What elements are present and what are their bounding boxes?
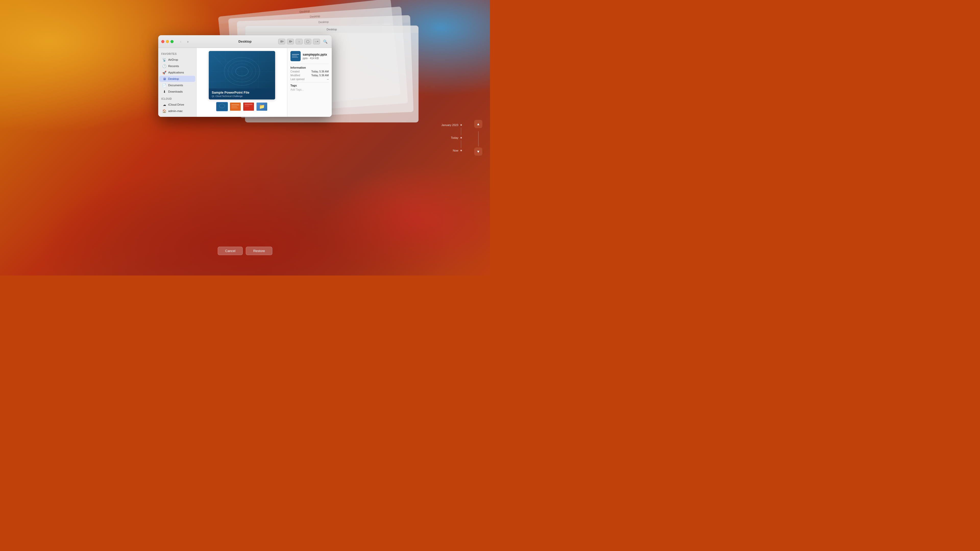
modified-row: Modified Today, 5:36 AM <box>290 74 329 77</box>
search-icon: 🔍 <box>323 40 328 44</box>
today-label: Today <box>451 136 458 139</box>
desktop-icon: 🖥 <box>162 77 166 81</box>
thumbnail-2[interactable] <box>229 102 241 111</box>
sidebar-item-desktop[interactable]: 🖥 Desktop <box>159 76 195 82</box>
share-button[interactable]: ↑ <box>296 39 303 44</box>
finder-window: ‹ › Desktop ⊞ ▾ ⊞ ▾ ↑ ◯ ··· <box>158 35 332 117</box>
documents-icon: 📄 <box>162 83 166 87</box>
sidebar: Favorites 📡 AirDrop 🕐 Recents 🚀 Applicat… <box>158 48 197 117</box>
tag-button[interactable]: ◯ <box>304 39 311 44</box>
documents-label: Documents <box>168 84 183 87</box>
preview-title-bar: Sample PowerPoint File Qt. Cloud Technic… <box>209 89 275 100</box>
back-icon: ‹ <box>180 40 181 44</box>
view-icon: ⊞ <box>280 40 283 43</box>
main-preview: Sample PowerPoint File Qt. Cloud Technic… <box>209 51 275 100</box>
timeline-up-button[interactable]: ▲ <box>474 120 482 128</box>
icloud-drive-label: iCloud Drive <box>168 103 184 106</box>
file-size-label: pptx · 414 KB <box>303 57 329 60</box>
nav-buttons: ‹ › <box>178 38 191 44</box>
sidebar-item-applications[interactable]: 🚀 Applications <box>159 69 195 76</box>
divider-2 <box>290 82 329 83</box>
timeline-nav: ▲ ▼ <box>474 120 482 156</box>
svg-rect-17 <box>231 106 237 107</box>
forward-icon: › <box>187 40 189 44</box>
up-arrow-icon: ▲ <box>476 122 480 126</box>
icloud-drive-icon: ☁ <box>162 103 166 106</box>
action-button[interactable]: ··· ▾ <box>313 39 320 44</box>
svg-rect-24 <box>292 56 297 56</box>
created-row: Created Today, 5:36 AM <box>290 70 329 73</box>
recents-icon: 🕐 <box>162 64 166 68</box>
timeline-today: Today <box>451 135 462 140</box>
thumbnail-strip: 📁 <box>216 102 268 111</box>
sidebar-item-downloads[interactable]: ⬇ Downloads <box>159 89 195 95</box>
preview-panel: Sample PowerPoint File Qt. Cloud Technic… <box>197 48 287 117</box>
january-label: January 2023 <box>441 124 458 127</box>
last-opened-value: -- <box>327 78 329 81</box>
svg-rect-16 <box>231 104 239 105</box>
svg-rect-25 <box>292 57 298 58</box>
back-button[interactable]: ‹ <box>178 38 184 44</box>
window-title: Desktop <box>239 40 251 43</box>
timeline-labels: January 2023 Today Now <box>441 122 462 153</box>
svg-rect-13 <box>217 103 227 111</box>
titlebar-controls: ⊞ ▾ ⊞ ▾ ↑ ◯ ··· ▾ 🔍 <box>278 39 329 44</box>
last-opened-label: Last opened <box>290 78 304 81</box>
fullscreen-button[interactable] <box>170 40 173 43</box>
file-icon-row: samplepptx.pptx pptx · 414 KB <box>290 51 329 61</box>
svg-rect-19 <box>243 103 254 111</box>
preview-subtitle: Qt. Cloud Technical Challenge <box>212 95 272 97</box>
view-switcher-button[interactable]: ⊞ ▾ <box>278 39 285 44</box>
created-value: Today, 5:36 AM <box>311 70 329 73</box>
admin-mac-label: admin-mac <box>168 110 183 113</box>
stacked-win-titlebar-4: Desktop <box>245 26 418 33</box>
desktop-label: Desktop <box>168 77 179 80</box>
applications-icon: 🚀 <box>162 70 166 75</box>
sidebar-item-airdrop[interactable]: 📡 AirDrop <box>159 57 195 63</box>
sidebar-item-documents[interactable]: 📄 Documents <box>159 82 195 88</box>
recents-label: Recents <box>168 65 179 68</box>
timeline-january: January 2023 <box>441 122 462 127</box>
traffic-lights <box>161 40 173 43</box>
admin-mac-icon: 🏠 <box>162 109 166 113</box>
timeline-now: Now <box>453 148 462 153</box>
finder-titlebar: ‹ › Desktop ⊞ ▾ ⊞ ▾ ↑ ◯ ··· <box>158 35 332 48</box>
timeline-dot-1 <box>460 124 462 126</box>
icloud-label: iCloud <box>158 95 196 101</box>
timeline-dot-3 <box>460 150 462 151</box>
info-panel: samplepptx.pptx pptx · 414 KB Informatio… <box>287 48 332 117</box>
airdrop-label: AirDrop <box>168 58 178 61</box>
shared-label: Shared <box>158 114 196 117</box>
grid-icon: ⊞ <box>289 40 291 43</box>
favorites-label: Favorites <box>158 50 196 56</box>
search-button[interactable]: 🔍 <box>321 39 329 44</box>
down-arrow-icon: ▼ <box>476 149 480 154</box>
restore-button[interactable]: Restore <box>246 247 272 255</box>
svg-rect-18 <box>231 108 238 108</box>
action-icon: ··· <box>315 40 317 43</box>
sidebar-item-icloud-drive[interactable]: ☁ iCloud Drive <box>159 102 195 108</box>
chevron-down-icon-3: ▾ <box>317 40 318 43</box>
action-buttons: Cancel Restore <box>218 247 272 255</box>
svg-rect-21 <box>245 106 249 106</box>
cancel-button[interactable]: Cancel <box>218 247 243 255</box>
timeline-down-button[interactable]: ▼ <box>474 148 482 156</box>
modified-value: Today, 5:36 AM <box>311 74 329 77</box>
share-icon: ↑ <box>298 40 300 43</box>
modified-label: Modified <box>290 74 300 77</box>
sidebar-item-admin-mac[interactable]: 🏠 admin-mac <box>159 108 195 114</box>
thumbnail-1[interactable] <box>216 102 228 111</box>
timeline-dot-2 <box>460 137 462 138</box>
downloads-label: Downloads <box>168 90 183 93</box>
tag-icon: ◯ <box>306 40 309 43</box>
minimize-button[interactable] <box>166 40 169 43</box>
forward-button[interactable]: › <box>185 38 191 44</box>
thumbnail-4[interactable]: 📁 <box>256 102 268 111</box>
file-display-name: samplepptx.pptx <box>303 53 329 56</box>
sidebar-item-recents[interactable]: 🕐 Recents <box>159 63 195 69</box>
thumbnail-3[interactable] <box>243 102 255 111</box>
close-button[interactable] <box>161 40 164 43</box>
now-label: Now <box>453 149 458 152</box>
grid-view-button[interactable]: ⊞ ▾ <box>287 39 294 44</box>
add-tags-field[interactable]: Add Tags... <box>290 88 329 91</box>
